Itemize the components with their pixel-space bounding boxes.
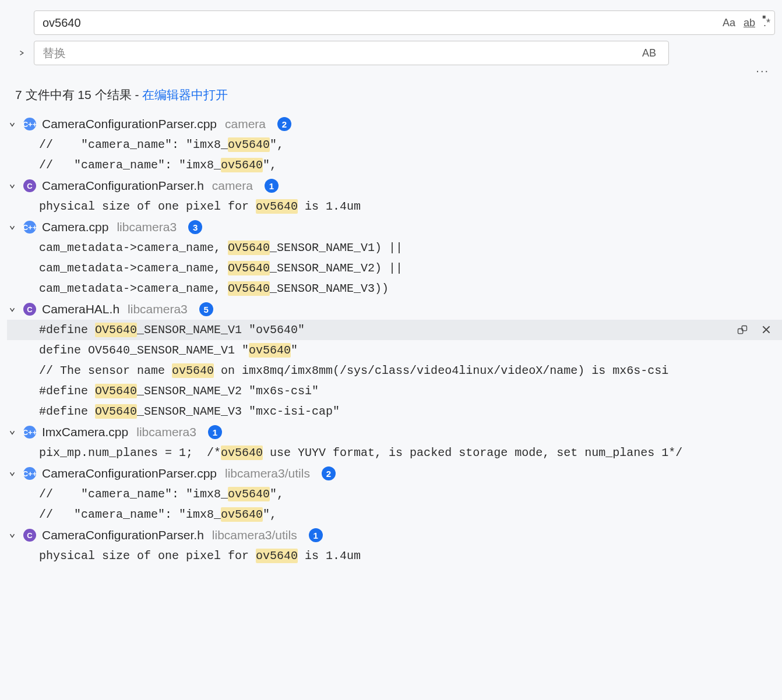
match-row[interactable]: #define OV5640_SENSOR_NAME_V2 "mx6s-csi" xyxy=(7,381,782,401)
file-type-icon: C++ xyxy=(23,467,36,480)
match-row[interactable]: define OV5640_SENSOR_NAME_V1 "ov5640" xyxy=(7,340,782,360)
use-regex-button[interactable]: ■ .* xyxy=(763,17,770,28)
file-result-row[interactable]: C++CameraConfigurationParser.cpplibcamer… xyxy=(7,463,782,484)
match-row[interactable]: // "camera_name": "imx8_ov5640", xyxy=(7,484,782,504)
match-row[interactable]: cam_metadata->camera_name, OV5640_SENSOR… xyxy=(7,278,782,299)
file-name: Camera.cpp xyxy=(42,220,108,234)
file-type-icon: C++ xyxy=(23,426,36,439)
match-row[interactable]: #define OV5640_SENSOR_NAME_V1 "ov5640" xyxy=(7,320,782,340)
file-type-icon: C++ xyxy=(23,118,36,130)
file-type-icon: C++ xyxy=(23,221,36,234)
file-result-row[interactable]: C++CameraConfigurationParser.cppcamera2 xyxy=(7,114,782,135)
file-result-row[interactable]: CCameraConfigurationParser.hcamera1 xyxy=(7,175,782,196)
file-name: ImxCamera.cpp xyxy=(42,425,128,439)
file-path: camera xyxy=(225,117,266,131)
file-path: libcamera3 xyxy=(128,302,188,316)
file-type-icon: C xyxy=(23,303,36,316)
match-row[interactable]: #define OV5640_SENSOR_NAME_V3 "mxc-isi-c… xyxy=(7,401,782,422)
file-result-row[interactable]: CCameraHAL.hlibcamera35 xyxy=(7,299,782,320)
dismiss-icon[interactable] xyxy=(761,324,772,336)
match-row[interactable]: // The sensor name ov5640 on imx8mq/imx8… xyxy=(7,360,782,381)
file-name: CameraConfigurationParser.h xyxy=(42,528,204,542)
results-summary: 7 文件中有 15 个结果 - xyxy=(15,88,142,101)
match-count-badge: 2 xyxy=(322,466,336,480)
file-result-row[interactable]: C++ImxCamera.cpplibcamera31 xyxy=(7,422,782,443)
file-type-icon: C xyxy=(23,529,36,542)
more-options-button[interactable]: ··· xyxy=(0,64,782,77)
file-path: camera xyxy=(212,179,253,193)
file-name: CameraConfigurationParser.cpp xyxy=(42,117,217,131)
file-path: libcamera3/utils xyxy=(212,528,297,542)
match-count-badge: 5 xyxy=(199,302,213,316)
search-results: C++CameraConfigurationParser.cppcamera2/… xyxy=(0,114,782,566)
match-row[interactable]: // "camera_name": "imx8_ov5640", xyxy=(7,155,782,175)
chevron-down-icon[interactable] xyxy=(7,428,17,436)
chevron-down-icon[interactable] xyxy=(7,120,17,128)
replace-single-icon[interactable] xyxy=(737,324,748,336)
match-count-badge: 1 xyxy=(309,528,323,542)
match-row[interactable]: // "camera_name": "imx8_ov5640", xyxy=(7,504,782,525)
match-count-badge: 1 xyxy=(265,179,279,193)
chevron-down-icon[interactable] xyxy=(7,182,17,190)
chevron-down-icon[interactable] xyxy=(7,305,17,313)
match-row[interactable]: cam_metadata->camera_name, OV5640_SENSOR… xyxy=(7,258,782,278)
match-count-badge: 2 xyxy=(277,117,291,131)
file-result-row[interactable]: C++Camera.cpplibcamera33 xyxy=(7,217,782,238)
match-count-badge: 1 xyxy=(208,425,222,439)
file-path: libcamera3 xyxy=(117,220,177,234)
match-count-badge: 3 xyxy=(188,220,202,234)
match-row[interactable]: pix_mp.num_planes = 1; /*ov5640 use YUYV… xyxy=(7,443,782,463)
match-row[interactable]: physical size of one pixel for ov5640 is… xyxy=(7,196,782,217)
preserve-case-button[interactable]: AB xyxy=(642,47,656,59)
search-input[interactable] xyxy=(34,10,775,35)
match-whole-word-button[interactable]: ab xyxy=(744,17,755,28)
file-name: CameraConfigurationParser.h xyxy=(42,179,204,193)
file-path: libcamera3 xyxy=(136,425,196,439)
match-row[interactable]: cam_metadata->camera_name, OV5640_SENSOR… xyxy=(7,238,782,258)
match-row[interactable]: physical size of one pixel for ov5640 is… xyxy=(7,546,782,566)
file-name: CameraConfigurationParser.cpp xyxy=(42,466,217,480)
file-result-row[interactable]: CCameraConfigurationParser.hlibcamera3/u… xyxy=(7,525,782,546)
file-name: CameraHAL.h xyxy=(42,302,119,316)
replace-input[interactable] xyxy=(34,41,669,65)
chevron-down-icon[interactable] xyxy=(7,223,17,231)
file-path: libcamera3/utils xyxy=(225,466,310,480)
file-type-icon: C xyxy=(23,179,36,192)
match-case-button[interactable]: Aa xyxy=(723,17,735,28)
match-row[interactable]: // "camera_name": "imx8_ov5640", xyxy=(7,135,782,155)
chevron-down-icon[interactable] xyxy=(7,469,17,478)
open-in-editor-link[interactable]: 在编辑器中打开 xyxy=(142,88,228,101)
chevron-down-icon[interactable] xyxy=(7,531,17,539)
toggle-replace-icon[interactable] xyxy=(17,49,27,57)
